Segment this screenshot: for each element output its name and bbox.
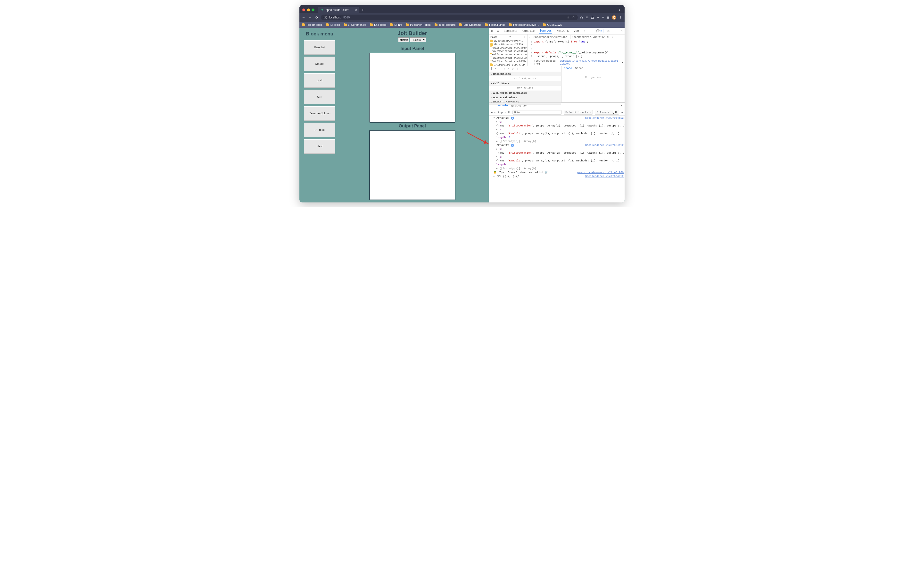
profile-avatar[interactable]: C [612, 15, 616, 20]
new-tab-button[interactable]: + [359, 8, 366, 12]
code-tabs-nav-icon[interactable]: ⫞ [529, 36, 531, 39]
block-menu-item[interactable]: Sort [304, 89, 335, 104]
ext-icon-3[interactable]: 🛆 [591, 15, 594, 20]
deactivate-bp-icon[interactable]: ⊘ [512, 67, 513, 71]
bookmark-icon[interactable]: ☆ [572, 16, 575, 19]
device-toolbar-icon[interactable]: ▭ [497, 29, 499, 33]
close-tab-button[interactable]: × [355, 8, 357, 12]
code-tabs-overflow[interactable]: » [612, 36, 614, 39]
issues-badge[interactable]: 💬2 [595, 29, 604, 33]
bookmark-item[interactable]: Eng Diagrams [459, 23, 481, 26]
info-icon[interactable]: i [511, 117, 514, 120]
navigator-tab-page[interactable]: Page [490, 35, 497, 38]
console-source-link[interactable]: pinia.esm-browser.js?ff43:266 [577, 171, 624, 174]
code-tab-1[interactable]: SpecRenderer.vue?f054 × [570, 35, 610, 39]
bookmark-item[interactable]: GDSN/1WS [543, 23, 562, 26]
pause-icon[interactable]: ‖ [491, 67, 493, 71]
filter-input[interactable] [513, 110, 562, 114]
ext-icon-1[interactable]: ◔ [580, 15, 583, 20]
forward-button[interactable]: → [309, 15, 312, 20]
tab-console[interactable]: Console [522, 28, 535, 34]
context-selector[interactable]: top ▾ [498, 111, 506, 114]
close-devtools-icon[interactable]: × [621, 29, 623, 33]
output-panel[interactable] [369, 130, 455, 200]
step-into-icon[interactable]: ↓ [499, 67, 501, 71]
source-map-link[interactable]: webpack-internal:///node_modules/babel-l… [560, 60, 620, 65]
ext-icon-2[interactable]: ◎ [586, 15, 588, 20]
bookmark-item[interactable]: Publisher Repos [406, 23, 431, 26]
console-output[interactable]: SpecRenderer.vue?f054:12 ▾ Array(2) i ▸ … [489, 116, 625, 202]
bookmark-item[interactable]: LI Info [390, 23, 402, 26]
scope-tab[interactable]: Scope [564, 67, 572, 70]
source-map-caret[interactable]: ▾ [622, 61, 623, 64]
inspect-icon[interactable]: ⧉ [491, 29, 493, 33]
console-drawer-tab-console[interactable]: Console [497, 103, 508, 108]
devtools-menu-icon[interactable]: ⋮ [614, 29, 617, 33]
file-item[interactable]: InputPanel.vue?47d9 [489, 63, 528, 66]
console-settings-icon[interactable]: ⚙ [621, 111, 623, 114]
block-menu-item[interactable]: Rename Column [304, 106, 335, 121]
side-panel-icon[interactable]: ▣ [606, 15, 609, 20]
bookmark-item[interactable]: LI Tools [327, 23, 340, 26]
code-tab-0[interactable]: SpecRenderer.vue?0d6b [532, 35, 569, 39]
dom-bp-header[interactable]: DOM Breakpoints [489, 95, 561, 100]
block-menu-item[interactable]: Raw Jolt [304, 40, 335, 55]
clear-console-icon[interactable]: ⊘ [495, 111, 496, 114]
block-menu-item[interactable]: Default [304, 56, 335, 71]
address-bar[interactable]: i localhost:8080 ⇪ ☆ [321, 15, 578, 20]
sidebar-toggle-icon[interactable]: ▣ [491, 111, 493, 114]
info-icon[interactable]: i [511, 144, 514, 147]
file-item[interactable]: BlockMenu.vue?df48 [489, 39, 528, 43]
reading-list-icon[interactable]: ≡ [602, 15, 604, 20]
tab-elements[interactable]: Elements [503, 28, 518, 34]
navigator-overflow[interactable]: » [509, 35, 511, 38]
xhr-bp-header[interactable]: XHR/fetch Breakpoints [489, 91, 561, 95]
close-window-button[interactable] [302, 8, 305, 12]
reload-button[interactable]: ⟳ [315, 15, 318, 20]
window-expand-icon[interactable]: ▾ [619, 8, 622, 12]
bookmark-item[interactable]: LI Ceremonies [344, 23, 366, 26]
file-item[interactable]: BlockMenu.vue?f334 [489, 43, 528, 46]
settings-icon[interactable]: ⚙ [607, 29, 609, 33]
callstack-header[interactable]: Call Stack [489, 81, 561, 86]
bookmark-item[interactable]: Test Products [435, 23, 456, 26]
step-over-icon[interactable]: ↷ [495, 67, 497, 71]
minimize-window-button[interactable] [307, 8, 310, 12]
chrome-menu-icon[interactable]: ⋮ [619, 15, 622, 20]
maximize-window-button[interactable] [312, 8, 315, 12]
browser-tab[interactable]: ▼ spec-builder-client × [318, 7, 359, 13]
tab-vue[interactable]: Vue [573, 28, 579, 34]
site-info-icon[interactable]: i [324, 16, 327, 19]
extensions-icon[interactable]: ✦ [597, 15, 600, 20]
watch-tab[interactable]: Watch [575, 67, 583, 70]
bookmark-item[interactable]: Helpful Links [485, 23, 505, 26]
block-menu-item[interactable]: Un-nest [304, 122, 335, 137]
blocks-select[interactable]: Blocks [410, 37, 426, 42]
tab-sources[interactable]: Sources [539, 28, 552, 34]
navigator-menu-icon[interactable]: ⋮ [523, 35, 526, 38]
bookmark-item[interactable]: Eng Tools [370, 23, 386, 26]
console-drawer-menu[interactable]: ⋮ [491, 104, 493, 108]
code-body[interactable]: 5import {onBeforeMount} from 'vue';678ex… [528, 40, 625, 59]
pause-exceptions-icon[interactable]: ⏸ [516, 67, 519, 71]
share-icon[interactable]: ⇪ [567, 16, 569, 19]
live-expression-icon[interactable]: 👁 [508, 111, 510, 114]
step-out-icon[interactable]: ↑ [503, 67, 505, 71]
tab-network[interactable]: Network [556, 28, 569, 34]
bookmark-item[interactable]: Project Tools [302, 23, 322, 26]
tabs-overflow[interactable]: » [583, 28, 586, 34]
console-drawer-tab-whatsnew[interactable]: What's New [511, 104, 528, 108]
issues-button[interactable]: 2 Issues: 💬2 [595, 110, 619, 114]
block-menu-item[interactable]: Shift [304, 73, 335, 88]
file-item[interactable]: FullSpecInput.vue?52b0 [489, 53, 528, 56]
console-source-link[interactable]: SpecRenderer.vue?f054:12 [585, 174, 624, 178]
log-levels[interactable]: Default levels ▾ [564, 110, 593, 114]
file-item[interactable]: FullSpecInput.vue?0139 [489, 56, 528, 60]
close-code-tab[interactable]: × [607, 36, 609, 39]
step-icon[interactable]: → [508, 67, 509, 71]
file-item[interactable]: FullSpecInput.vue?857c [489, 60, 528, 63]
bookmark-item[interactable]: Professional Devel… [509, 23, 539, 26]
back-button[interactable]: ← [302, 15, 305, 20]
file-item[interactable]: FullSpecInput.vue?8c5c [489, 46, 528, 50]
block-menu-item[interactable]: Nest [304, 139, 335, 154]
